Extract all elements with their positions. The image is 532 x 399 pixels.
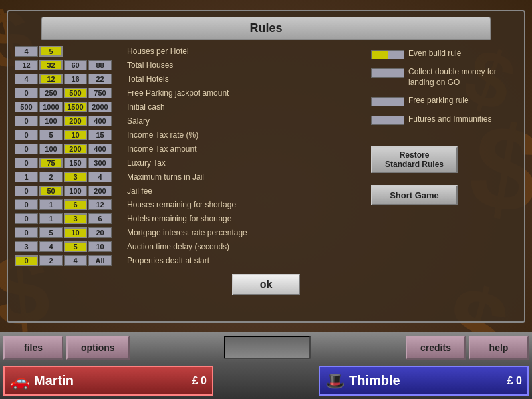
toggle-0[interactable] <box>371 50 404 59</box>
player-2-token: 🎩 <box>325 372 345 390</box>
val-box-2-1[interactable]: 12 <box>39 74 63 84</box>
right-rule-label-0: Even build rule <box>408 49 461 59</box>
val-box-9-3[interactable]: 4 <box>88 172 112 182</box>
val-box-14-1[interactable]: 4 <box>39 241 63 252</box>
val-box-8-0[interactable]: 0 <box>15 158 38 168</box>
val-box-14-3[interactable]: 10 <box>88 241 112 252</box>
toggle-3[interactable] <box>371 116 404 125</box>
player-1-money: £ 0 <box>192 375 207 387</box>
val-box-12-2[interactable]: 3 <box>64 213 87 224</box>
val-box-5-3[interactable]: 400 <box>88 116 112 126</box>
right-rules: Even build ruleCollect double money for … <box>371 45 517 269</box>
val-box-6-0[interactable]: 0 <box>15 130 38 140</box>
val-box-1-1[interactable]: 32 <box>39 60 63 70</box>
val-box-4-2[interactable]: 1500 <box>64 102 87 112</box>
rule-row-3: 0250500750Free Parking jackpot amount <box>15 87 364 99</box>
rule-label-0: Houses per Hotel <box>127 47 189 56</box>
val-box-2-0[interactable]: 4 <box>15 74 38 84</box>
val-box-12-1[interactable]: 1 <box>39 213 63 224</box>
rule-values-4: 500100015002000 <box>15 102 124 112</box>
right-rule-row-0: Even build rule <box>371 49 517 59</box>
val-box-3-2[interactable]: 500 <box>64 88 87 98</box>
val-box-7-3[interactable]: 400 <box>88 144 112 154</box>
rule-row-9: 1234Maximum turns in Jail <box>15 171 364 183</box>
val-box-4-0[interactable]: 500 <box>15 102 38 112</box>
rule-values-15: 024All <box>15 255 124 266</box>
content-area: 45Houses per Hotel12326088Total Houses41… <box>8 40 524 269</box>
val-box-8-2[interactable]: 150 <box>64 158 87 168</box>
val-box-2-3[interactable]: 22 <box>88 74 112 84</box>
right-rule-row-1: Collect double money for landing on GO <box>371 67 517 88</box>
player-1-name: Martin <box>34 373 188 388</box>
val-box-11-3[interactable]: 12 <box>88 200 112 210</box>
val-box-6-2[interactable]: 10 <box>64 130 87 140</box>
rule-values-10: 050100200 <box>15 186 124 196</box>
val-box-11-0[interactable]: 0 <box>15 200 38 210</box>
short-game-button[interactable]: Short Game <box>371 185 458 205</box>
val-box-10-1[interactable]: 50 <box>39 186 63 196</box>
val-box-13-3[interactable]: 20 <box>88 227 112 238</box>
ok-button[interactable]: ok <box>232 274 301 295</box>
rule-values-8: 075150300 <box>15 158 124 168</box>
val-box-13-0[interactable]: 0 <box>15 227 38 238</box>
val-box-3-3[interactable]: 750 <box>88 88 112 98</box>
val-box-7-2[interactable]: 200 <box>64 144 87 154</box>
rule-values-5: 0100200400 <box>15 116 124 126</box>
val-box-14-0[interactable]: 3 <box>15 241 38 252</box>
val-box-10-0[interactable]: 0 <box>15 186 38 196</box>
val-box-4-1[interactable]: 1000 <box>39 102 63 112</box>
val-box-8-1[interactable]: 75 <box>39 158 63 168</box>
val-box-6-1[interactable]: 5 <box>39 130 63 140</box>
val-box-10-3[interactable]: 200 <box>88 186 112 196</box>
credits-button[interactable]: credits <box>406 336 466 360</box>
val-box-15-3[interactable]: All <box>88 255 112 266</box>
toggle-2[interactable] <box>371 97 404 106</box>
val-box-13-2[interactable]: 10 <box>64 227 87 238</box>
rule-label-1: Total Houses <box>127 61 173 70</box>
card-tray <box>224 336 311 359</box>
val-box-8-3[interactable]: 300 <box>88 158 112 168</box>
val-box-3-1[interactable]: 250 <box>39 88 63 98</box>
val-box-5-1[interactable]: 100 <box>39 116 63 126</box>
val-box-10-2[interactable]: 100 <box>64 186 87 196</box>
rule-label-9: Maximum turns in Jail <box>127 172 204 182</box>
val-box-2-2[interactable]: 16 <box>64 74 87 84</box>
toggle-1[interactable] <box>371 68 404 78</box>
val-box-12-0[interactable]: 0 <box>15 213 38 224</box>
val-box-1-3[interactable]: 88 <box>88 60 112 70</box>
rule-values-3: 0250500750 <box>15 88 124 98</box>
rule-values-2: 4121622 <box>15 74 124 84</box>
val-box-7-1[interactable]: 100 <box>39 144 63 154</box>
files-button[interactable]: files <box>3 336 63 360</box>
val-box-15-2[interactable]: 4 <box>64 255 87 266</box>
val-box-9-1[interactable]: 2 <box>39 172 63 182</box>
val-box-15-0[interactable]: 0 <box>15 255 38 266</box>
val-box-6-3[interactable]: 15 <box>88 130 112 140</box>
val-box-1-2[interactable]: 60 <box>64 60 87 70</box>
val-box-0-1[interactable]: 5 <box>39 46 63 57</box>
val-box-7-0[interactable]: 0 <box>15 144 38 154</box>
val-box-1-0[interactable]: 12 <box>15 60 38 70</box>
options-button[interactable]: options <box>66 336 130 360</box>
val-box-12-3[interactable]: 6 <box>88 213 112 224</box>
val-box-9-0[interactable]: 1 <box>15 172 38 182</box>
rule-values-12: 0136 <box>15 213 124 224</box>
right-rule-label-2: Free parking rule <box>408 96 469 106</box>
player-2-name: Thimble <box>349 373 503 388</box>
rule-row-4: 500100015002000Initial cash <box>15 101 364 113</box>
help-button[interactable]: help <box>469 336 529 360</box>
val-box-9-2[interactable]: 3 <box>64 172 87 182</box>
val-box-15-1[interactable]: 2 <box>39 255 63 266</box>
val-box-13-1[interactable]: 5 <box>39 227 63 238</box>
val-box-0-0[interactable]: 4 <box>15 46 38 57</box>
rule-values-0: 45 <box>15 46 124 57</box>
val-box-11-1[interactable]: 1 <box>39 200 63 210</box>
val-box-5-0[interactable]: 0 <box>15 116 38 126</box>
val-box-11-2[interactable]: 6 <box>64 200 87 210</box>
restore-button[interactable]: RestoreStandard Rules <box>371 146 458 173</box>
rules-panel: Rules 45Houses per Hotel12326088Total Ho… <box>7 10 525 323</box>
val-box-5-2[interactable]: 200 <box>64 116 87 126</box>
val-box-14-2[interactable]: 5 <box>64 241 87 252</box>
val-box-4-3[interactable]: 2000 <box>88 102 112 112</box>
val-box-3-0[interactable]: 0 <box>15 88 38 98</box>
